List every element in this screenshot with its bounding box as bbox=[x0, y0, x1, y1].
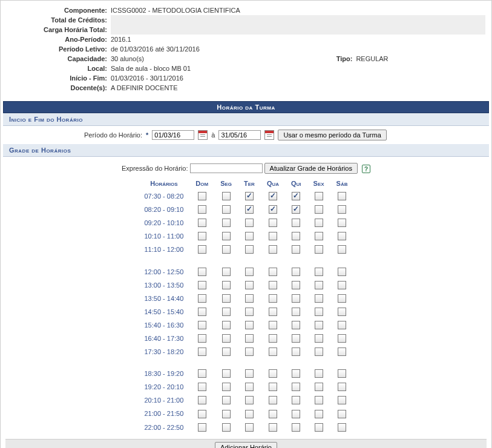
schedule-checkbox[interactable] bbox=[269, 369, 277, 378]
schedule-checkbox[interactable] bbox=[292, 321, 300, 329]
schedule-checkbox[interactable] bbox=[269, 268, 277, 276]
schedule-checkbox[interactable] bbox=[222, 268, 231, 276]
schedule-checkbox[interactable] bbox=[269, 205, 277, 214]
schedule-checkbox[interactable] bbox=[198, 232, 206, 240]
schedule-checkbox[interactable] bbox=[315, 192, 323, 200]
schedule-checkbox[interactable] bbox=[245, 423, 254, 432]
schedule-checkbox[interactable] bbox=[338, 245, 346, 254]
schedule-checkbox[interactable] bbox=[245, 192, 254, 200]
schedule-checkbox[interactable] bbox=[292, 348, 300, 356]
schedule-checkbox[interactable] bbox=[292, 192, 300, 200]
schedule-checkbox[interactable] bbox=[315, 232, 323, 240]
schedule-checkbox[interactable] bbox=[315, 410, 323, 418]
schedule-checkbox[interactable] bbox=[269, 232, 277, 240]
schedule-checkbox[interactable] bbox=[245, 369, 254, 378]
schedule-checkbox[interactable] bbox=[198, 396, 206, 404]
schedule-checkbox[interactable] bbox=[315, 294, 323, 303]
schedule-checkbox[interactable] bbox=[245, 245, 254, 254]
add-horario-button[interactable]: Adicionar Horário bbox=[215, 442, 277, 448]
schedule-checkbox[interactable] bbox=[245, 232, 254, 240]
schedule-checkbox[interactable] bbox=[292, 369, 300, 378]
schedule-checkbox[interactable] bbox=[222, 423, 231, 432]
schedule-checkbox[interactable] bbox=[222, 410, 231, 418]
schedule-checkbox[interactable] bbox=[338, 192, 346, 200]
schedule-checkbox[interactable] bbox=[245, 281, 254, 289]
schedule-checkbox[interactable] bbox=[315, 334, 323, 343]
schedule-checkbox[interactable] bbox=[338, 348, 346, 356]
expression-input[interactable] bbox=[190, 163, 263, 173]
schedule-checkbox[interactable] bbox=[338, 205, 346, 214]
schedule-checkbox[interactable] bbox=[198, 281, 206, 289]
schedule-checkbox[interactable] bbox=[222, 281, 231, 289]
schedule-checkbox[interactable] bbox=[315, 268, 323, 276]
schedule-checkbox[interactable] bbox=[269, 308, 277, 316]
schedule-checkbox[interactable] bbox=[315, 219, 323, 227]
schedule-checkbox[interactable] bbox=[198, 294, 206, 303]
schedule-checkbox[interactable] bbox=[198, 334, 206, 343]
schedule-checkbox[interactable] bbox=[269, 192, 277, 200]
schedule-checkbox[interactable] bbox=[222, 369, 231, 378]
schedule-checkbox[interactable] bbox=[198, 383, 206, 391]
schedule-checkbox[interactable] bbox=[338, 410, 346, 418]
schedule-checkbox[interactable] bbox=[338, 281, 346, 289]
schedule-checkbox[interactable] bbox=[198, 205, 206, 214]
schedule-checkbox[interactable] bbox=[315, 308, 323, 316]
schedule-checkbox[interactable] bbox=[245, 410, 254, 418]
schedule-checkbox[interactable] bbox=[338, 383, 346, 391]
schedule-checkbox[interactable] bbox=[315, 245, 323, 254]
schedule-checkbox[interactable] bbox=[222, 334, 231, 343]
schedule-checkbox[interactable] bbox=[198, 219, 206, 227]
schedule-checkbox[interactable] bbox=[222, 245, 231, 254]
schedule-checkbox[interactable] bbox=[292, 423, 300, 432]
schedule-checkbox[interactable] bbox=[269, 245, 277, 254]
schedule-checkbox[interactable] bbox=[269, 294, 277, 303]
schedule-checkbox[interactable] bbox=[222, 192, 231, 200]
schedule-checkbox[interactable] bbox=[338, 308, 346, 316]
schedule-checkbox[interactable] bbox=[292, 281, 300, 289]
schedule-checkbox[interactable] bbox=[269, 321, 277, 329]
schedule-checkbox[interactable] bbox=[338, 219, 346, 227]
help-icon[interactable]: ? bbox=[362, 165, 370, 173]
schedule-checkbox[interactable] bbox=[269, 410, 277, 418]
schedule-checkbox[interactable] bbox=[338, 396, 346, 404]
schedule-checkbox[interactable] bbox=[315, 383, 323, 391]
schedule-checkbox[interactable] bbox=[338, 232, 346, 240]
schedule-checkbox[interactable] bbox=[292, 232, 300, 240]
schedule-checkbox[interactable] bbox=[245, 205, 254, 214]
schedule-checkbox[interactable] bbox=[245, 294, 254, 303]
schedule-checkbox[interactable] bbox=[245, 383, 254, 391]
schedule-checkbox[interactable] bbox=[315, 205, 323, 214]
schedule-checkbox[interactable] bbox=[292, 334, 300, 343]
schedule-checkbox[interactable] bbox=[269, 423, 277, 432]
calendar-icon[interactable] bbox=[264, 130, 274, 140]
schedule-checkbox[interactable] bbox=[315, 321, 323, 329]
use-same-period-button[interactable]: Usar o mesmo período da Turma bbox=[278, 130, 386, 140]
schedule-checkbox[interactable] bbox=[198, 410, 206, 418]
schedule-checkbox[interactable] bbox=[245, 396, 254, 404]
schedule-checkbox[interactable] bbox=[315, 423, 323, 432]
schedule-checkbox[interactable] bbox=[222, 308, 231, 316]
schedule-checkbox[interactable] bbox=[315, 396, 323, 404]
schedule-checkbox[interactable] bbox=[338, 268, 346, 276]
schedule-checkbox[interactable] bbox=[292, 205, 300, 214]
schedule-checkbox[interactable] bbox=[245, 321, 254, 329]
schedule-checkbox[interactable] bbox=[292, 383, 300, 391]
schedule-checkbox[interactable] bbox=[222, 348, 231, 356]
schedule-checkbox[interactable] bbox=[198, 245, 206, 254]
schedule-checkbox[interactable] bbox=[222, 205, 231, 214]
schedule-checkbox[interactable] bbox=[269, 281, 277, 289]
schedule-checkbox[interactable] bbox=[222, 219, 231, 227]
schedule-checkbox[interactable] bbox=[222, 232, 231, 240]
update-grid-button[interactable]: Atualizar Grade de Horários bbox=[264, 163, 358, 174]
schedule-checkbox[interactable] bbox=[198, 321, 206, 329]
calendar-icon[interactable] bbox=[198, 130, 208, 140]
schedule-checkbox[interactable] bbox=[269, 348, 277, 356]
schedule-checkbox[interactable] bbox=[292, 245, 300, 254]
schedule-checkbox[interactable] bbox=[338, 294, 346, 303]
schedule-checkbox[interactable] bbox=[245, 308, 254, 316]
schedule-checkbox[interactable] bbox=[315, 369, 323, 378]
schedule-checkbox[interactable] bbox=[245, 334, 254, 343]
schedule-checkbox[interactable] bbox=[222, 321, 231, 329]
schedule-checkbox[interactable] bbox=[198, 308, 206, 316]
schedule-checkbox[interactable] bbox=[338, 321, 346, 329]
